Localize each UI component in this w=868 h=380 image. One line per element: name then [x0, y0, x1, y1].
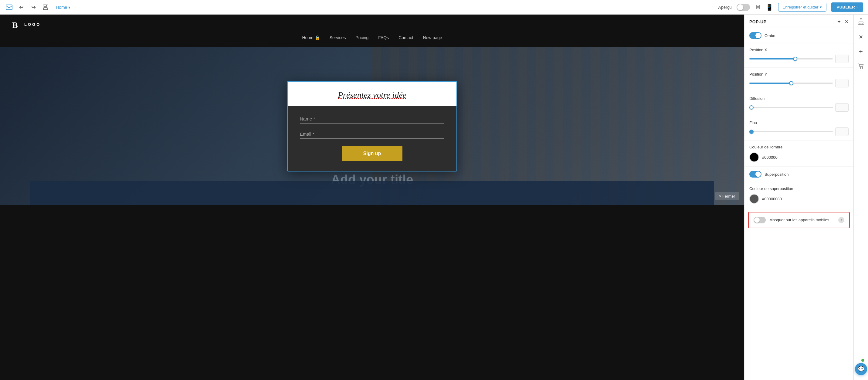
position-x-fill: [749, 58, 795, 60]
svg-rect-8: [862, 23, 864, 25]
position-x-track: [749, 58, 833, 60]
panel-title: POP-UP: [749, 20, 767, 24]
flou-value[interactable]: [835, 127, 848, 136]
chevron-down-icon-2: ▾: [820, 5, 822, 9]
position-y-value[interactable]: [835, 79, 848, 87]
mail-icon[interactable]: [5, 3, 13, 11]
panel-pin-icon[interactable]: ✦: [837, 19, 841, 25]
publish-label: PUBLIER ›: [837, 5, 858, 9]
cart-icon[interactable]: [858, 63, 864, 70]
diffusion-track: [749, 107, 833, 108]
flou-label: Flou: [749, 121, 848, 125]
nav-faqs[interactable]: FAQs: [378, 35, 389, 40]
svg-rect-5: [860, 19, 862, 20]
position-x-slider-row: [749, 55, 848, 63]
svg-text:B: B: [12, 20, 18, 29]
flou-thumb[interactable]: [749, 130, 753, 134]
masquer-knob: [754, 217, 760, 223]
online-indicator: [861, 359, 864, 362]
superposition-section: Superposition: [744, 167, 854, 182]
chat-bubble-icon[interactable]: 💬: [855, 363, 867, 375]
sitemap-icon[interactable]: [858, 18, 864, 26]
position-x-value[interactable]: [835, 55, 848, 63]
desktop-icon[interactable]: 🖥: [755, 4, 761, 11]
publish-button[interactable]: PUBLIER ›: [831, 2, 863, 12]
mobile-icon[interactable]: 📱: [766, 4, 773, 11]
popup-title: Présentez votre idée: [298, 90, 447, 100]
logo-icon: B: [12, 20, 22, 29]
couleur-ombre-swatch[interactable]: [749, 152, 759, 162]
ombre-section: Ombre: [744, 28, 854, 43]
diffusion-thumb[interactable]: [749, 105, 753, 109]
diffusion-section: Diffusion: [744, 92, 854, 116]
home-dropdown[interactable]: Home ▾: [54, 4, 73, 11]
apercu-toggle[interactable]: [737, 4, 750, 11]
svg-rect-0: [6, 5, 12, 10]
superposition-toggle[interactable]: [749, 171, 762, 178]
couleur-ombre-section: Couleur de l'ombre #000000: [744, 140, 854, 167]
svg-rect-2: [44, 5, 46, 7]
nav-logo: B LOGO: [12, 20, 732, 29]
position-y-slider-row: [749, 79, 848, 87]
site-nav: B LOGO Home 🔒 Services Pricing FAQs Cont…: [0, 14, 744, 48]
name-input[interactable]: [300, 115, 444, 124]
diffusion-slider-row: [749, 103, 848, 112]
svg-rect-7: [860, 23, 862, 25]
signup-label: Sign up: [363, 151, 381, 156]
masquer-mobile-section: Masquer sur les appareils mobiles i: [748, 212, 850, 228]
nav-home[interactable]: Home 🔒: [302, 35, 319, 40]
signup-button[interactable]: Sign up: [342, 146, 402, 161]
add-plus-icon[interactable]: +: [859, 48, 863, 56]
ombre-knob: [755, 33, 761, 38]
masquer-mobile-toggle[interactable]: [753, 217, 766, 223]
toolbar-right: Aperçu 🖥 📱 Enregistrer et quitter ▾ PUBL…: [718, 2, 863, 12]
svg-rect-6: [858, 23, 860, 25]
panel-header-icons: ✦ ✕: [837, 19, 848, 25]
info-icon[interactable]: i: [838, 217, 844, 223]
apercu-label: Aperçu: [718, 5, 732, 10]
site-preview: B LOGO Home 🔒 Services Pricing FAQs Cont…: [0, 14, 744, 380]
superposition-label: Superposition: [765, 172, 789, 177]
email-input[interactable]: [300, 130, 444, 139]
flou-slider-row: [749, 127, 848, 136]
panel-close-icon[interactable]: ✕: [845, 19, 848, 25]
canvas: B LOGO Home 🔒 Services Pricing FAQs Cont…: [0, 14, 744, 380]
position-y-thumb[interactable]: [789, 81, 793, 85]
close-x-icon[interactable]: ✕: [859, 34, 863, 40]
couleur-superposition-label: Couleur de superposition: [749, 186, 848, 191]
position-y-label: Position Y: [749, 72, 848, 76]
undo-icon[interactable]: ↩: [17, 3, 26, 11]
couleur-superposition-swatch[interactable]: [749, 194, 759, 204]
couleur-superposition-section: Couleur de superposition #00000080: [744, 182, 854, 208]
position-x-section: Position X: [744, 43, 854, 68]
nav-pricing[interactable]: Pricing: [355, 35, 368, 40]
position-x-thumb[interactable]: [793, 57, 797, 61]
save-quit-button[interactable]: Enregistrer et quitter ▾: [778, 3, 827, 11]
popup[interactable]: Présentez votre idée Sign up: [287, 81, 457, 171]
nav-services[interactable]: Services: [330, 35, 346, 40]
popup-overlay: Présentez votre idée Sign up: [0, 48, 744, 205]
nav-contact[interactable]: Contact: [399, 35, 413, 40]
redo-icon[interactable]: ↪: [29, 3, 38, 11]
save-icon[interactable]: [41, 3, 50, 11]
ombre-toggle[interactable]: [749, 32, 762, 39]
couleur-ombre-row: #000000: [749, 152, 848, 162]
nav-newpage[interactable]: New page: [423, 35, 442, 40]
position-y-fill: [749, 83, 791, 84]
svg-point-15: [862, 68, 863, 69]
toolbar-left: ↩ ↪ Home ▾: [5, 3, 73, 11]
right-panel: POP-UP ✦ ✕ Ombre Position X: [744, 14, 854, 380]
couleur-superposition-value: #00000080: [762, 197, 782, 201]
couleur-ombre-label: Couleur de l'ombre: [749, 145, 848, 149]
save-quit-label: Enregistrer et quitter: [783, 5, 818, 9]
nav-links: Home 🔒 Services Pricing FAQs Contact New…: [12, 33, 732, 42]
popup-body: Sign up: [288, 106, 457, 171]
position-y-section: Position Y: [744, 68, 854, 92]
popup-name-field: [300, 115, 444, 124]
ombre-label: Ombre: [765, 33, 777, 38]
couleur-superposition-row: #00000080: [749, 194, 848, 204]
chevron-down-icon: ▾: [68, 5, 70, 10]
diffusion-value[interactable]: [835, 103, 848, 112]
masquer-label: Masquer sur les appareils mobiles: [769, 217, 835, 223]
panel-header: POP-UP ✦ ✕: [744, 14, 854, 28]
